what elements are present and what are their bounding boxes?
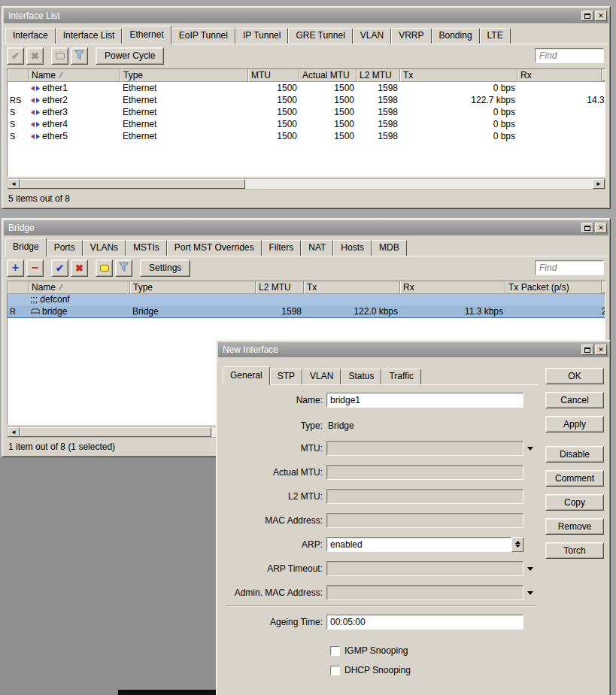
column-select-button[interactable] — [602, 282, 606, 293]
power-cycle-button[interactable]: Power Cycle — [96, 47, 164, 65]
tab-stp[interactable]: STP — [270, 369, 302, 384]
col-flags[interactable] — [8, 69, 29, 82]
arp-timeout-dropdown-button[interactable] — [523, 561, 537, 576]
arp-field[interactable] — [326, 537, 511, 552]
scrollbar-thumb[interactable] — [20, 179, 245, 189]
tab-filters[interactable]: Filters — [262, 240, 302, 256]
comment-button[interactable] — [96, 259, 113, 277]
tab-interface[interactable]: Interface — [5, 28, 56, 44]
horizontal-scrollbar[interactable]: ◄ ► — [7, 178, 605, 190]
remove-button[interactable]: Remove — [545, 518, 604, 535]
table-row-selected[interactable]: R bridge Bridge 1598 122.0 kbps 11.3 kbp… — [8, 306, 605, 318]
col-mtu[interactable]: MTU — [248, 69, 299, 82]
admin-mac-field[interactable] — [326, 585, 523, 600]
scroll-left-button[interactable]: ◄ — [8, 179, 20, 189]
disable-button[interactable]: ✖ — [26, 47, 44, 65]
tab-gre-tunnel[interactable]: GRE Tunnel — [288, 28, 352, 44]
find-input[interactable] — [535, 48, 604, 63]
mtu-dropdown-button[interactable] — [523, 441, 537, 456]
tab-vlan[interactable]: VLAN — [353, 28, 391, 44]
tab-vrrp[interactable]: VRRP — [391, 28, 431, 44]
copy-button[interactable]: Copy — [545, 494, 604, 511]
interface-list-titlebar[interactable]: Interface List ✕ — [4, 8, 608, 23]
ok-button[interactable]: OK — [545, 368, 604, 384]
scroll-right-button[interactable]: ► — [593, 179, 605, 189]
enable-button[interactable]: ✔ — [7, 47, 24, 65]
enable-button[interactable]: ✔ — [51, 259, 68, 277]
remove-button[interactable]: − — [26, 259, 44, 277]
mtu-field[interactable] — [326, 441, 523, 456]
igmp-snooping-checkbox[interactable] — [330, 646, 340, 656]
comment-button[interactable] — [51, 47, 68, 65]
tab-ethernet[interactable]: Ethernet — [122, 26, 171, 44]
tab-eoip-tunnel[interactable]: EoIP Tunnel — [171, 28, 235, 44]
tab-mdb[interactable]: MDB — [372, 240, 407, 256]
tab-port-mst-overrides[interactable]: Port MST Overrides — [167, 240, 262, 256]
ageing-time-field[interactable] — [326, 615, 523, 630]
tab-bridge[interactable]: Bridge — [5, 238, 47, 256]
tab-lte[interactable]: LTE — [480, 28, 511, 44]
name-field[interactable] — [326, 393, 523, 408]
tab-bonding[interactable]: Bonding — [432, 28, 480, 44]
tab-nat[interactable]: NAT — [301, 240, 333, 256]
bridge-titlebar[interactable]: Bridge ✕ — [4, 220, 608, 235]
arp-timeout-field[interactable] — [326, 561, 523, 576]
col-actual-mtu[interactable]: Actual MTU — [299, 69, 357, 82]
scroll-left-button[interactable]: ◄ — [8, 427, 20, 437]
table-row[interactable]: S ether3 Ethernet 1500 1500 1598 0 bps 0 — [8, 106, 605, 118]
scrollbar-track[interactable] — [20, 179, 593, 189]
disable-button[interactable]: ✖ — [71, 259, 88, 277]
tab-mstis[interactable]: MSTIs — [126, 240, 167, 256]
tab-vlan[interactable]: VLAN — [302, 369, 341, 384]
add-button[interactable]: + — [7, 259, 24, 277]
table-row[interactable]: S ether4 Ethernet 1500 1500 1598 0 bps 0 — [8, 118, 605, 130]
apply-button[interactable]: Apply — [545, 416, 604, 432]
filter-button[interactable] — [71, 47, 88, 65]
col-tx[interactable]: Tx — [304, 281, 400, 294]
tab-vlans[interactable]: VLANs — [83, 240, 126, 256]
col-name[interactable]: Name/ — [29, 281, 130, 294]
tab-general[interactable]: General — [223, 366, 270, 385]
close-button[interactable]: ✕ — [595, 344, 607, 355]
col-rx[interactable]: Rx — [400, 281, 505, 294]
column-select-button[interactable] — [602, 70, 606, 81]
tab-ip-tunnel[interactable]: IP Tunnel — [235, 28, 288, 44]
settings-button[interactable]: Settings — [140, 259, 190, 277]
tab-traffic[interactable]: Traffic — [381, 369, 421, 384]
close-button[interactable]: ✕ — [595, 223, 607, 233]
col-type[interactable]: Type — [120, 69, 248, 82]
tab-ports[interactable]: Ports — [47, 240, 83, 256]
col-flags[interactable] — [8, 281, 29, 294]
filter-button[interactable] — [115, 259, 132, 277]
col-tx-packet[interactable]: Tx Packet (p/s) — [505, 281, 602, 294]
col-l2-mtu[interactable]: L2 MTU — [357, 69, 400, 82]
admin-mac-dropdown-button[interactable] — [523, 585, 537, 600]
table-row[interactable]: RS ether2 Ethernet 1500 1500 1598 122.7 … — [8, 94, 605, 106]
tab-interface-list[interactable]: Interface List — [56, 28, 123, 44]
tab-hosts[interactable]: Hosts — [333, 240, 372, 256]
col-tx[interactable]: Tx — [400, 69, 517, 82]
torch-button[interactable]: Torch — [545, 542, 604, 559]
maximize-button[interactable] — [581, 344, 593, 355]
type-row: Type: Bridge — [220, 418, 523, 433]
table-row[interactable]: S ether5 Ethernet 1500 1500 1598 0 bps 0 — [8, 130, 605, 142]
comment-button[interactable]: Comment — [545, 470, 604, 487]
col-type[interactable]: Type — [130, 281, 256, 294]
col-l2-mtu[interactable]: L2 MTU — [256, 281, 304, 294]
dialog-titlebar[interactable]: New Interface ✕ — [218, 342, 608, 357]
arp-updown-button[interactable] — [511, 537, 523, 552]
cancel-button[interactable]: Cancel — [545, 392, 604, 408]
disable-button[interactable]: Disable — [545, 446, 604, 463]
mac-address-field[interactable] — [326, 513, 523, 528]
maximize-button[interactable] — [581, 11, 593, 21]
maximize-button[interactable] — [581, 223, 593, 233]
tab-status[interactable]: Status — [341, 369, 381, 384]
comment-row[interactable]: ;;; defconf — [8, 294, 605, 306]
find-input[interactable] — [535, 260, 604, 275]
close-button[interactable]: ✕ — [595, 11, 607, 21]
col-rx[interactable]: Rx — [517, 69, 602, 82]
col-name[interactable]: Name/ — [29, 69, 120, 82]
table-row[interactable]: ether1 Ethernet 1500 1500 1598 0 bps 0 — [8, 82, 605, 94]
dhcp-snooping-checkbox[interactable] — [330, 666, 340, 675]
scrollbar-thumb[interactable] — [20, 427, 211, 437]
